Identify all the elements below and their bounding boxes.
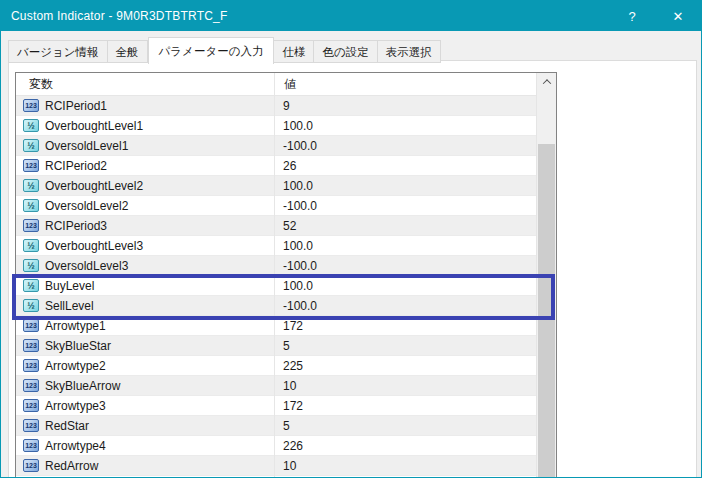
- integer-type-icon: 123: [23, 459, 39, 472]
- parameter-value[interactable]: -100.0: [274, 299, 556, 313]
- variable-cell: ½ SellLevel: [16, 299, 274, 313]
- table-row[interactable]: 123 Arrowtype4 226: [16, 436, 556, 456]
- parameter-value[interactable]: 225: [274, 359, 556, 373]
- integer-type-icon: 123: [23, 439, 39, 452]
- table-row[interactable]: 123 SkyBlueStar 5: [16, 336, 556, 356]
- parameter-value[interactable]: 100.0: [274, 119, 556, 133]
- table-row[interactable]: ½ SellLevel -100.0: [16, 296, 556, 316]
- custom-indicator-dialog: Custom Indicator - 9M0R3DTBTRTC_F ? ✕ バー…: [0, 0, 702, 478]
- parameter-name: RedArrow: [45, 459, 98, 473]
- variable-cell: 123 SkyBlueStar: [16, 339, 274, 353]
- tab-display-selection[interactable]: 表示選択: [378, 40, 441, 63]
- parameter-value[interactable]: 9: [274, 99, 556, 113]
- parameter-name: Arrowtype3: [45, 399, 106, 413]
- parameter-value[interactable]: 100.0: [274, 179, 556, 193]
- parameter-name: RedStar: [45, 419, 89, 433]
- parameter-value[interactable]: -100.0: [274, 199, 556, 213]
- parameter-name: RCIPeriod3: [45, 219, 107, 233]
- table-row[interactable]: ½ OverboughtLevel2 100.0: [16, 176, 556, 196]
- table-row[interactable]: ½ OverboughtLevel3 100.0: [16, 236, 556, 256]
- tab-bar: バージョン情報 全般 パラメーターの入力 仕様 色の設定 表示選択: [8, 37, 441, 63]
- parameter-value[interactable]: 52: [274, 219, 556, 233]
- table-row[interactable]: ½ OverboughtLevel1 100.0: [16, 116, 556, 136]
- parameter-value[interactable]: 172: [274, 399, 556, 413]
- variable-cell: ½ OverboughtLevel2: [16, 179, 274, 193]
- table-row[interactable]: 123 RCIPeriod2 26: [16, 156, 556, 176]
- parameter-value[interactable]: -100.0: [274, 139, 556, 153]
- table-row[interactable]: 123 RedStar 5: [16, 416, 556, 436]
- parameter-value[interactable]: 26: [274, 159, 556, 173]
- variable-cell: ½ BuyLevel: [16, 279, 274, 293]
- integer-type-icon: 123: [23, 159, 39, 172]
- tab-parameter-input[interactable]: パラメーターの入力: [148, 37, 275, 64]
- variable-cell: 123 SkyBlueArrow: [16, 379, 274, 393]
- variable-cell: 123 Arrowtype2: [16, 359, 274, 373]
- table-row[interactable]: ½ OversoldLevel3 -100.0: [16, 256, 556, 276]
- tab-general[interactable]: 全般: [108, 40, 148, 63]
- table-row[interactable]: 123 RCIPeriod1 9: [16, 96, 556, 116]
- parameter-name: Arrowtype4: [45, 439, 106, 453]
- parameter-name: SellLevel: [45, 299, 94, 313]
- scrollbar-thumb[interactable]: [538, 144, 555, 478]
- integer-type-icon: 123: [23, 359, 39, 372]
- table-row[interactable]: 123 RedArrow 10: [16, 456, 556, 476]
- variable-cell: 123 Arrowtype1: [16, 319, 274, 333]
- window-title: Custom Indicator - 9M0R3DTBTRTC_F: [11, 9, 227, 23]
- tab-version-info[interactable]: バージョン情報: [8, 40, 108, 63]
- parameter-value[interactable]: 5: [274, 419, 556, 433]
- double-type-icon: ½: [23, 259, 39, 272]
- parameter-name: Arrowtype1: [45, 319, 106, 333]
- close-button[interactable]: ✕: [655, 1, 701, 31]
- help-button[interactable]: ?: [609, 1, 655, 31]
- variable-cell: ½ OversoldLevel1: [16, 139, 274, 153]
- parameter-value[interactable]: 100.0: [274, 279, 556, 293]
- table-row[interactable]: ½ OversoldLevel1 -100.0: [16, 136, 556, 156]
- parameter-name: OverboughtLevel3: [45, 239, 143, 253]
- parameter-name: OversoldLevel1: [45, 139, 128, 153]
- double-type-icon: ½: [23, 139, 39, 152]
- double-type-icon: ½: [23, 239, 39, 252]
- parameter-rows: 123 RCIPeriod1 9 ½ OverboughtLevel1 100.…: [16, 96, 556, 476]
- parameter-name: RCIPeriod2: [45, 159, 107, 173]
- vertical-scrollbar[interactable]: [536, 73, 556, 478]
- table-row[interactable]: ½ OversoldLevel2 -100.0: [16, 196, 556, 216]
- table-row[interactable]: 123 SkyBlueArrow 10: [16, 376, 556, 396]
- table-header: 変数 値: [16, 73, 556, 96]
- parameter-name: Arrowtype2: [45, 359, 106, 373]
- parameter-name: OversoldLevel2: [45, 199, 128, 213]
- tab-specification[interactable]: 仕様: [274, 40, 314, 63]
- parameter-name: SkyBlueArrow: [45, 379, 120, 393]
- integer-type-icon: 123: [23, 319, 39, 332]
- column-header-variable[interactable]: 変数: [16, 73, 274, 95]
- variable-cell: ½ OversoldLevel3: [16, 259, 274, 273]
- parameter-name: OverboughtLevel1: [45, 119, 143, 133]
- titlebar[interactable]: Custom Indicator - 9M0R3DTBTRTC_F ? ✕: [1, 1, 701, 31]
- double-type-icon: ½: [23, 279, 39, 292]
- variable-cell: 123 RCIPeriod3: [16, 219, 274, 233]
- table-row[interactable]: ½ BuyLevel 100.0: [16, 276, 556, 296]
- double-type-icon: ½: [23, 199, 39, 212]
- parameter-value[interactable]: 226: [274, 439, 556, 453]
- parameter-name: SkyBlueStar: [45, 339, 111, 353]
- table-row[interactable]: 123 RCIPeriod3 52: [16, 216, 556, 236]
- parameter-value[interactable]: 100.0: [274, 239, 556, 253]
- scroll-up-button[interactable]: [537, 73, 556, 90]
- parameter-value[interactable]: 172: [274, 319, 556, 333]
- parameter-value[interactable]: 10: [274, 459, 556, 473]
- parameter-value[interactable]: 5: [274, 339, 556, 353]
- tab-color-settings[interactable]: 色の設定: [314, 40, 377, 63]
- variable-cell: 123 RedArrow: [16, 459, 274, 473]
- table-row[interactable]: 123 Arrowtype1 172: [16, 316, 556, 336]
- variable-cell: 123 RedStar: [16, 419, 274, 433]
- column-header-value[interactable]: 値: [274, 73, 556, 95]
- parameter-value[interactable]: -100.0: [274, 259, 556, 273]
- table-row[interactable]: 123 Arrowtype2 225: [16, 356, 556, 376]
- integer-type-icon: 123: [23, 379, 39, 392]
- variable-cell: 123 RCIPeriod1: [16, 99, 274, 113]
- integer-type-icon: 123: [23, 219, 39, 232]
- parameter-name: OverboughtLevel2: [45, 179, 143, 193]
- variable-cell: 123 Arrowtype3: [16, 399, 274, 413]
- table-row[interactable]: 123 Arrowtype3 172: [16, 396, 556, 416]
- parameter-value[interactable]: 10: [274, 379, 556, 393]
- chevron-up-icon: [542, 79, 550, 87]
